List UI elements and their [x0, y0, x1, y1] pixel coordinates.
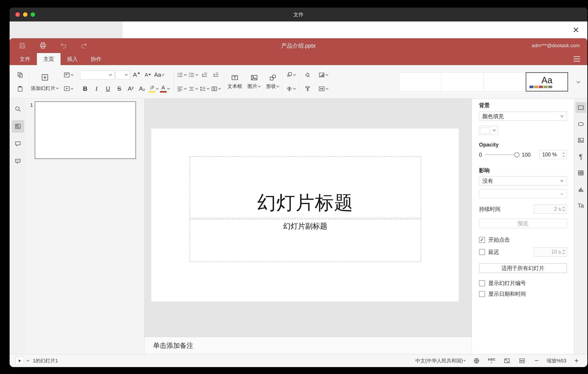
theme-slot-selected[interactable]: Aa	[526, 72, 568, 91]
change-case-button[interactable]: Aa	[154, 69, 164, 81]
bold-button[interactable]: B	[80, 83, 90, 95]
superscript-button[interactable]: A²	[126, 83, 136, 95]
slide-thumbnails-panel: 1	[26, 99, 145, 354]
theme-slot-2[interactable]	[441, 72, 484, 91]
slide-settings-button[interactable]	[576, 102, 586, 113]
copy-style-button[interactable]	[303, 83, 313, 95]
numbering-button[interactable]	[188, 69, 198, 81]
show-date-time-checkbox[interactable]	[479, 291, 485, 297]
theme-slot-3[interactable]	[483, 72, 526, 91]
zoom-out-button[interactable]: −	[533, 357, 540, 365]
textart-settings-button[interactable]: Ta	[576, 200, 586, 211]
color-scheme-button[interactable]	[318, 69, 328, 81]
vertical-align-button[interactable]	[188, 83, 198, 95]
font-color-button[interactable]: A	[160, 83, 170, 95]
fit-to-slide-button[interactable]	[503, 356, 511, 365]
search-panel-button[interactable]	[12, 103, 24, 115]
shape-settings-button[interactable]	[576, 119, 586, 129]
language-selector[interactable]: 中文(中华人民共和国)	[415, 357, 466, 364]
preview-button[interactable]: 预览	[479, 219, 567, 228]
strikeout-button[interactable]: S	[114, 83, 125, 95]
increase-font-button[interactable]: A	[131, 69, 142, 81]
duration-input[interactable]: 2 s	[534, 204, 567, 214]
print-button[interactable]	[38, 40, 48, 51]
slide-settings-panel: 背景 颜色填充 Opacity 0 100 100 % 影响	[472, 99, 574, 354]
traffic-minimize[interactable]	[23, 12, 28, 17]
show-slide-number-checkbox[interactable]	[479, 280, 485, 286]
set-language-button[interactable]	[472, 356, 481, 365]
line-spacing-button[interactable]	[199, 83, 210, 95]
image-settings-button[interactable]	[576, 135, 586, 146]
spinner-arrows-icon[interactable]	[563, 207, 565, 212]
traffic-close[interactable]	[15, 12, 20, 17]
effect-select[interactable]: 没有	[479, 176, 567, 186]
arrange-shape-button[interactable]	[286, 69, 296, 81]
tab-collaboration[interactable]: 协作	[84, 53, 108, 65]
slides-panel-button[interactable]	[12, 120, 24, 133]
increase-indent-button[interactable]	[211, 69, 221, 81]
save-icon	[19, 42, 26, 49]
paste-button[interactable]	[15, 83, 25, 95]
start-slideshow-status-button[interactable]	[15, 357, 29, 365]
add-slide-menu-button[interactable]: 添加幻灯片	[31, 85, 59, 92]
insert-shape-button[interactable]: 形状	[263, 68, 282, 95]
tab-insert[interactable]: 插入	[61, 53, 84, 65]
italic-button[interactable]: I	[91, 83, 102, 95]
apply-to-all-slides-button[interactable]: 适用于所有幻灯片	[479, 263, 567, 273]
delay-input[interactable]: 10 s	[534, 247, 567, 257]
comments-panel-button[interactable]	[12, 138, 24, 150]
font-size-select[interactable]	[116, 70, 130, 79]
insert-textbox-button[interactable]: 文本框	[225, 68, 245, 95]
feedback-panel-button[interactable]	[12, 155, 24, 167]
theme-slot-1[interactable]	[399, 72, 441, 91]
traffic-zoom[interactable]	[31, 12, 35, 17]
background-color-swatch[interactable]	[479, 126, 498, 135]
spellcheck-button[interactable]: ABC✓	[487, 356, 496, 365]
align-shape-button[interactable]	[286, 83, 296, 95]
bullets-button[interactable]	[177, 69, 187, 81]
slide-size-button[interactable]	[318, 83, 328, 95]
theme-gallery-expand-button[interactable]	[573, 76, 583, 88]
start-on-click-checkbox[interactable]: ✓	[479, 237, 485, 243]
background-fill-select[interactable]: 颜色填充	[479, 112, 567, 121]
effect-type-select[interactable]	[479, 189, 567, 199]
redo-button[interactable]	[79, 40, 89, 51]
notes-area[interactable]: 单击添加备注	[145, 337, 472, 354]
underline-button[interactable]: U	[103, 83, 113, 95]
zoom-in-button[interactable]: +	[573, 357, 580, 365]
highlight-color-button[interactable]	[148, 83, 159, 95]
copy-button[interactable]	[15, 69, 25, 81]
font-family-select[interactable]	[80, 70, 114, 79]
spinner-arrows-icon[interactable]	[563, 249, 565, 254]
horizontal-align-button[interactable]	[177, 83, 187, 95]
slide-thumbnail[interactable]	[35, 101, 136, 159]
hamburger-menu-icon[interactable]	[574, 56, 580, 62]
table-settings-button[interactable]	[576, 167, 586, 178]
columns-button[interactable]	[211, 83, 221, 95]
close-icon[interactable]: ×	[569, 23, 582, 36]
title-placeholder[interactable]: 幻灯片标题	[189, 156, 421, 218]
save-button[interactable]	[17, 40, 28, 51]
paragraph-settings-button[interactable]: ¶	[576, 151, 586, 162]
add-slide-button[interactable]	[40, 72, 50, 83]
opacity-slider[interactable]	[485, 154, 518, 155]
decrease-font-button[interactable]: A	[143, 69, 153, 81]
delay-checkbox[interactable]	[479, 249, 485, 255]
tab-home[interactable]: 主页	[37, 53, 61, 65]
opacity-input[interactable]: 100 %	[539, 150, 567, 159]
insert-image-button[interactable]: 图片	[245, 68, 263, 95]
toolbar-separator	[224, 69, 224, 95]
home-toolbar: 添加幻灯片 A A Aa	[10, 65, 587, 99]
fit-to-width-button[interactable]	[518, 356, 526, 365]
tab-file[interactable]: 文件	[13, 53, 37, 65]
opacity-slider-knob[interactable]	[514, 152, 519, 157]
clear-style-button[interactable]	[303, 69, 313, 81]
undo-button[interactable]	[58, 40, 69, 51]
subtitle-placeholder[interactable]: 幻灯片副标题	[189, 219, 421, 262]
subscript-button[interactable]: A₂	[137, 83, 147, 95]
start-slideshow-button[interactable]	[63, 83, 74, 95]
decrease-indent-button[interactable]	[199, 69, 210, 81]
spinner-arrows-icon[interactable]	[563, 152, 565, 157]
chart-settings-button[interactable]	[576, 184, 586, 195]
change-layout-button[interactable]	[63, 69, 74, 81]
